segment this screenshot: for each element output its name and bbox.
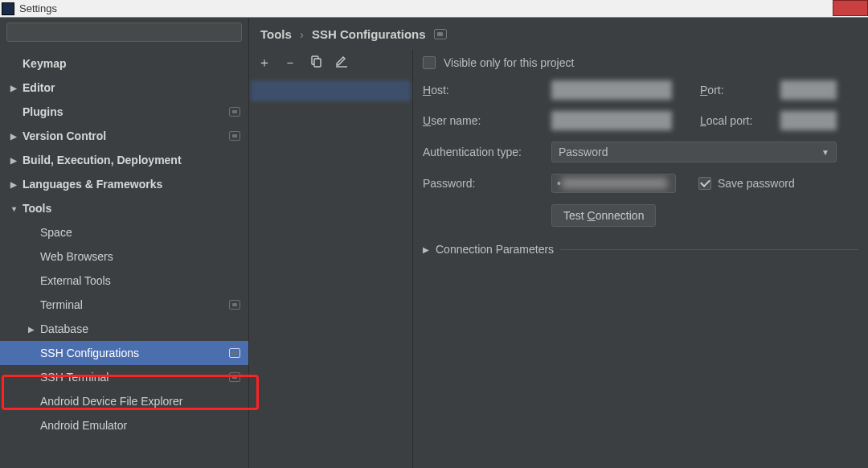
- save-password-label: Save password: [718, 177, 795, 190]
- local-port-label: Local port:: [700, 114, 764, 127]
- auth-type-value: Password: [559, 146, 608, 158]
- edit-button[interactable]: [334, 55, 349, 71]
- host-field[interactable]: [551, 80, 672, 100]
- scope-icon: [229, 372, 240, 382]
- tree-external-tools[interactable]: External Tools: [0, 269, 248, 293]
- breadcrumb: Tools › SSH Configurations: [249, 18, 868, 50]
- breadcrumb-separator: ›: [300, 27, 304, 41]
- user-field[interactable]: [551, 111, 672, 130]
- chevron-right-icon: ▶: [23, 325, 40, 334]
- close-button[interactable]: [833, 0, 868, 16]
- chevron-down-icon: ▼: [821, 148, 829, 157]
- configuration-item-selected[interactable]: [251, 80, 411, 101]
- chevron-right-icon: ▶: [5, 84, 23, 92]
- chevron-right-icon: ▶: [5, 156, 23, 165]
- tree-languages[interactable]: ▶Languages & Frameworks: [0, 172, 248, 196]
- window-title: Settings: [19, 2, 57, 14]
- password-label: Password:: [423, 177, 551, 190]
- chevron-right-icon: ▶: [423, 245, 429, 254]
- tree-plugins[interactable]: Plugins: [0, 100, 248, 124]
- copy-button[interactable]: [309, 55, 323, 71]
- scope-icon: [229, 107, 240, 117]
- connection-parameters-section[interactable]: ▶ Connection Parameters: [423, 243, 858, 256]
- svg-rect-3: [314, 59, 321, 67]
- app-icon: [2, 2, 14, 15]
- chevron-right-icon: ▶: [5, 180, 23, 189]
- search-input[interactable]: [6, 23, 242, 42]
- settings-sidebar: Keymap ▶Editor Plugins ▶Version Control …: [0, 18, 249, 468]
- tree-database[interactable]: ▶Database: [0, 317, 248, 341]
- breadcrumb-leaf: SSH Configurations: [312, 27, 426, 41]
- tree-editor[interactable]: ▶Editor: [0, 76, 248, 100]
- tree-terminal[interactable]: Terminal: [0, 293, 248, 317]
- divider: [560, 249, 858, 250]
- settings-tree: Keymap ▶Editor Plugins ▶Version Control …: [0, 47, 248, 468]
- list-toolbar: ＋ －: [249, 50, 412, 76]
- tree-keymap[interactable]: Keymap: [0, 51, 248, 76]
- tree-web-browsers[interactable]: Web Browsers: [0, 244, 248, 269]
- ssh-config-form: Visible only for this project Host: Port…: [413, 50, 868, 468]
- scope-icon: [229, 300, 240, 310]
- auth-type-select[interactable]: Password ▼: [551, 142, 837, 162]
- connection-parameters-label: Connection Parameters: [436, 243, 554, 256]
- host-label: Host:: [423, 84, 551, 96]
- tree-version-control[interactable]: ▶Version Control: [0, 124, 248, 148]
- scope-icon: [229, 348, 240, 358]
- tree-tools[interactable]: ▾Tools: [0, 196, 248, 220]
- titlebar: Settings: [0, 0, 868, 18]
- scope-icon: [434, 29, 447, 39]
- tree-ssh-configurations[interactable]: SSH Configurations: [0, 341, 248, 365]
- tree-emulator[interactable]: Android Emulator: [0, 413, 248, 437]
- configurations-list-pane: ＋ －: [249, 50, 413, 468]
- test-connection-button[interactable]: Test Connection: [551, 204, 656, 227]
- local-port-field[interactable]: [780, 111, 837, 130]
- port-label: Port:: [700, 84, 764, 96]
- auth-type-label: Authentication type:: [423, 146, 551, 158]
- save-password-checkbox[interactable]: [698, 177, 711, 190]
- tree-space[interactable]: Space: [0, 220, 248, 244]
- chevron-down-icon: ▾: [5, 204, 23, 213]
- chevron-right-icon: ▶: [5, 132, 23, 141]
- breadcrumb-root[interactable]: Tools: [260, 27, 292, 41]
- tree-build[interactable]: ▶Build, Execution, Deployment: [0, 148, 248, 172]
- password-field[interactable]: •: [551, 174, 676, 193]
- user-label: User name:: [423, 114, 551, 127]
- visible-only-label: Visible only for this project: [444, 56, 574, 69]
- remove-button[interactable]: －: [283, 55, 297, 72]
- visible-only-checkbox[interactable]: [423, 56, 436, 69]
- scope-icon: [229, 131, 240, 141]
- add-button[interactable]: ＋: [257, 55, 272, 72]
- tree-adfe[interactable]: Android Device File Explorer: [0, 389, 248, 413]
- tree-ssh-terminal[interactable]: SSH Terminal: [0, 365, 248, 389]
- port-field[interactable]: [780, 80, 837, 100]
